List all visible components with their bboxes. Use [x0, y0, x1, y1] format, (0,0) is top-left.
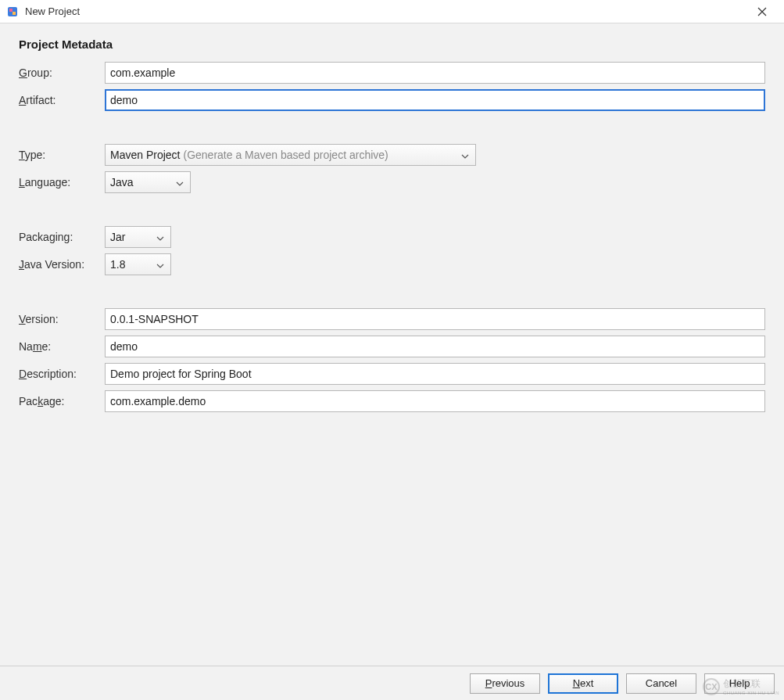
- svg-rect-2: [13, 12, 16, 15]
- version-input[interactable]: [105, 308, 765, 330]
- group-input[interactable]: [105, 62, 765, 84]
- package-input[interactable]: [105, 390, 765, 412]
- section-title: Project Metadata: [19, 38, 765, 51]
- language-select[interactable]: Java: [105, 171, 191, 193]
- chevron-down-icon: [176, 176, 184, 188]
- language-label: Language:: [19, 176, 105, 188]
- version-label: Version:: [19, 313, 105, 325]
- artifact-input[interactable]: [105, 89, 765, 111]
- chevron-down-icon: [156, 231, 164, 243]
- cancel-button[interactable]: Cancel: [626, 673, 696, 694]
- titlebar: New Project: [0, 0, 784, 23]
- packaging-label: Packaging:: [19, 231, 105, 243]
- svg-rect-1: [9, 9, 13, 12]
- description-input[interactable]: [105, 363, 765, 385]
- app-icon: [6, 5, 19, 18]
- java-version-value: 1.8: [110, 258, 125, 271]
- language-value: Java: [110, 176, 134, 188]
- next-button[interactable]: Next: [548, 673, 618, 694]
- artifact-label: Artifact:: [19, 94, 105, 106]
- java-version-select[interactable]: 1.8: [105, 253, 171, 275]
- chevron-down-icon: [461, 149, 469, 161]
- type-label: Type:: [19, 149, 105, 161]
- type-hint: (Generate a Maven based project archive): [183, 149, 388, 161]
- packaging-select[interactable]: Jar: [105, 226, 171, 248]
- chevron-down-icon: [156, 258, 164, 271]
- package-label: Package:: [19, 395, 105, 407]
- help-button[interactable]: Help: [704, 673, 775, 694]
- name-label: Name:: [19, 340, 105, 353]
- packaging-value: Jar: [110, 231, 125, 243]
- window-title: New Project: [25, 5, 746, 17]
- java-version-label: Java Version:: [19, 258, 105, 271]
- content-area: Project Metadata Group: Artifact: Type: …: [0, 23, 784, 412]
- button-bar: Previous Next Cancel Help: [0, 666, 784, 700]
- name-input[interactable]: [105, 336, 765, 357]
- type-value: Maven Project: [110, 149, 180, 161]
- previous-button[interactable]: Previous: [470, 673, 540, 694]
- group-label: Group:: [19, 66, 105, 79]
- close-button[interactable]: [746, 1, 778, 23]
- type-select[interactable]: Maven Project (Generate a Maven based pr…: [105, 144, 476, 166]
- description-label: Description:: [19, 368, 105, 380]
